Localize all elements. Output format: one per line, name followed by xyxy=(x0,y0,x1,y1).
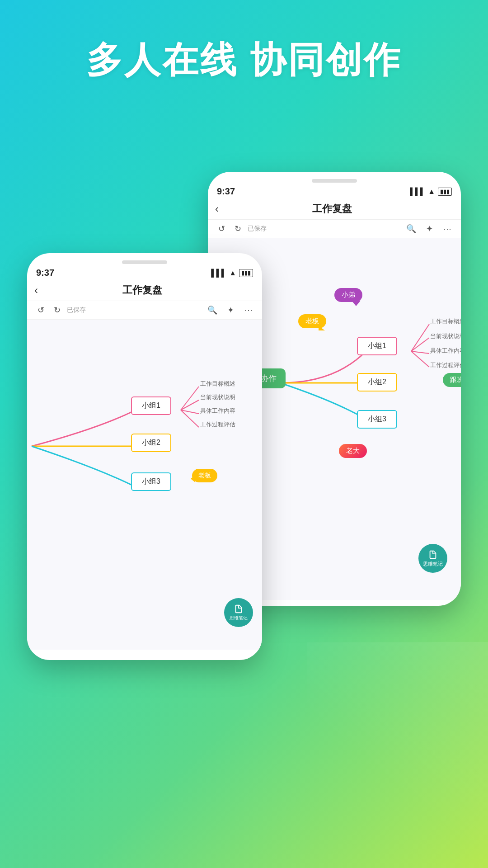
speaker-back xyxy=(312,179,357,183)
status-bar-front: 9:37 ▌▌▌ ▲ ▮▮▮ xyxy=(27,264,262,280)
svg-line-6 xyxy=(181,410,199,414)
mindmap-front: 小组1 小组2 小组3 老板 工作目标概述 当前现状说明 具体工作内容 工作过程… xyxy=(27,320,262,650)
toolbar-front: ↺ ↻ 已保存 🔍 ✦ ⋯ xyxy=(27,301,262,320)
saved-label-front: 已保存 xyxy=(67,306,202,314)
sub3-front: 具体工作内容 xyxy=(200,407,235,415)
status-icons-front: ▌▌▌ ▲ ▮▮▮ xyxy=(211,269,253,277)
sub2-back: 当前现状说明 xyxy=(430,332,461,340)
svg-line-3 xyxy=(411,351,429,367)
note-svg-front xyxy=(234,604,244,614)
group1-node-front[interactable]: 小组1 xyxy=(131,396,171,415)
note-label-front: 思维笔记 xyxy=(230,615,248,621)
sibling-text-back: 小弟 xyxy=(342,291,355,299)
wifi-icon-back: ▲ xyxy=(428,188,435,196)
note-label-back: 思维笔记 xyxy=(423,561,443,567)
redo-button-front[interactable]: ↻ xyxy=(51,304,63,316)
back-button-front[interactable]: ‹ xyxy=(34,284,38,297)
decorative-ray xyxy=(307,642,488,868)
sub1-back: 工作目标概述 xyxy=(430,317,461,326)
hero-text: 多人在线 协同创作 xyxy=(86,40,402,80)
group1-node-back[interactable]: 小组1 xyxy=(357,337,397,355)
search-button-front[interactable]: 🔍 xyxy=(206,304,219,316)
sibling-bubble-back: 小弟 xyxy=(334,288,362,302)
svg-line-0 xyxy=(411,324,429,351)
svg-line-7 xyxy=(181,410,199,427)
signal-icon-back: ▌▌▌ xyxy=(410,188,425,196)
status-icons-back: ▌▌▌ ▲ ▮▮▮ xyxy=(410,188,452,196)
status-time-back: 9:37 xyxy=(217,186,235,197)
note-svg-back xyxy=(428,550,438,560)
group1-text-back: 小组1 xyxy=(368,341,386,351)
group3-node-front[interactable]: 小组3 xyxy=(131,472,171,491)
battery-icon-back: ▮▮▮ xyxy=(438,188,452,196)
hero-title: 多人在线 协同创作 xyxy=(0,36,488,85)
sub4-back: 工作过程评估 xyxy=(430,361,461,369)
group2-node-front[interactable]: 小组2 xyxy=(131,434,171,452)
share-button-back[interactable]: ✦ xyxy=(423,222,436,235)
sub2-text-back: 当前现状说明 xyxy=(430,332,461,340)
sub4-text-front: 工作过程评估 xyxy=(200,420,235,429)
toolbar-right-back: 🔍 ✦ ⋯ xyxy=(405,222,454,235)
toolbar-right-front: 🔍 ✦ ⋯ xyxy=(206,304,255,316)
signal-icon-front: ▌▌▌ xyxy=(211,269,226,277)
toolbar-back: ↺ ↻ 已保存 🔍 ✦ ⋯ xyxy=(208,220,461,238)
sub1-text-front: 工作目标概述 xyxy=(200,380,235,388)
saved-label-back: 已保存 xyxy=(248,225,401,233)
boss-text-back: 老板 xyxy=(305,317,319,326)
group2-node-back[interactable]: 小组2 xyxy=(357,373,397,392)
svg-line-1 xyxy=(411,338,429,351)
group1-text-front: 小组1 xyxy=(142,401,160,410)
sibling-arrow-back xyxy=(352,301,361,306)
follow-text-back: 跟班 xyxy=(450,376,461,384)
boss-arrow-front xyxy=(191,475,195,482)
boss-arrow-back xyxy=(319,326,325,330)
note-icon-back[interactable]: 思维笔记 xyxy=(418,544,447,573)
sub4-front: 工作过程评估 xyxy=(200,420,235,429)
undo-button-back[interactable]: ↺ xyxy=(215,222,228,235)
search-button-back[interactable]: 🔍 xyxy=(405,222,418,235)
sub4-text-back: 工作过程评估 xyxy=(430,361,461,369)
back-button-back[interactable]: ‹ xyxy=(215,203,219,215)
group2-text-back: 小组2 xyxy=(368,377,386,387)
share-button-front[interactable]: ✦ xyxy=(224,304,237,316)
sub3-text-front: 具体工作内容 xyxy=(200,407,235,415)
group3-text-back: 小组3 xyxy=(368,415,386,424)
sub3-text-back: 具体工作内容 xyxy=(430,347,461,355)
sub1-text-back: 工作目标概述 xyxy=(430,317,461,326)
status-bar-back: 9:37 ▌▌▌ ▲ ▮▮▮ xyxy=(208,183,461,198)
app-header-back: ‹ 工作复盘 xyxy=(208,198,461,220)
wifi-icon-front: ▲ xyxy=(229,269,236,277)
sub3-back: 具体工作内容 xyxy=(430,347,461,355)
more-button-front[interactable]: ⋯ xyxy=(242,304,255,316)
battery-icon-front: ▮▮▮ xyxy=(239,269,253,277)
group3-node-back[interactable]: 小组3 xyxy=(357,410,397,429)
more-button-back[interactable]: ⋯ xyxy=(441,222,454,235)
svg-line-4 xyxy=(181,387,199,410)
boss-text-front: 老板 xyxy=(198,472,211,480)
redo-button-back[interactable]: ↻ xyxy=(231,222,244,235)
svg-line-2 xyxy=(411,351,429,354)
speaker-front xyxy=(122,260,167,264)
sub2-front: 当前现状说明 xyxy=(200,393,235,401)
big-bubble-back: 老大 xyxy=(339,444,367,458)
group3-text-front: 小组3 xyxy=(142,477,160,486)
status-time-front: 9:37 xyxy=(36,268,54,278)
phone-front: 9:37 ▌▌▌ ▲ ▮▮▮ ‹ 工作复盘 ↺ ↻ 已保存 🔍 ✦ ⋯ xyxy=(27,253,262,660)
group2-text-front: 小组2 xyxy=(142,438,160,448)
follow-bubble-back: 跟班 xyxy=(443,373,461,387)
app-title-front: 工作复盘 xyxy=(42,283,242,297)
app-title-back: 工作复盘 xyxy=(223,202,441,216)
sub1-front: 工作目标概述 xyxy=(200,380,235,388)
note-icon-front[interactable]: 思维笔记 xyxy=(224,598,253,627)
app-header-front: ‹ 工作复盘 xyxy=(27,280,262,301)
boss-bubble-front: 老板 xyxy=(192,469,217,482)
sub2-text-front: 当前现状说明 xyxy=(200,393,235,401)
big-text-back: 老大 xyxy=(346,447,360,455)
undo-button-front[interactable]: ↺ xyxy=(34,304,47,316)
svg-line-5 xyxy=(181,400,199,410)
